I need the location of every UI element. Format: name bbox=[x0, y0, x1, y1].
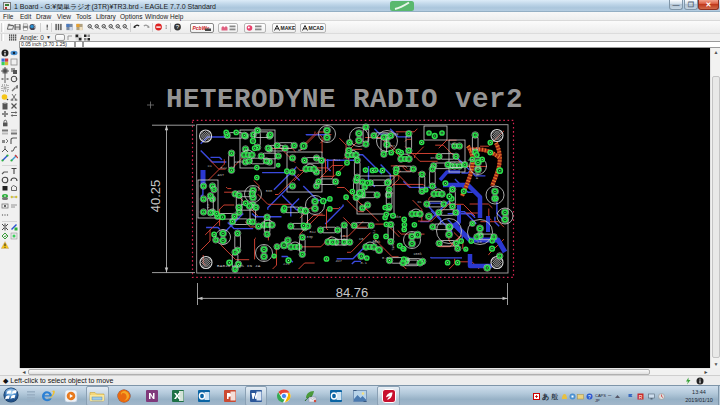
svg-text:R7: R7 bbox=[391, 144, 395, 148]
svg-text:100k: 100k bbox=[413, 252, 422, 256]
svg-text:2SC: 2SC bbox=[468, 158, 474, 162]
svg-text:4u7: 4u7 bbox=[335, 259, 341, 263]
svg-text:ANT: ANT bbox=[218, 173, 225, 177]
svg-text:0.1: 0.1 bbox=[360, 261, 366, 265]
svg-text:84.76: 84.76 bbox=[336, 285, 369, 300]
svg-text:R9: R9 bbox=[394, 132, 398, 136]
svg-text:D1: D1 bbox=[417, 200, 421, 204]
svg-text:?: ? bbox=[175, 23, 179, 30]
svg-text:40.25: 40.25 bbox=[148, 180, 163, 213]
svg-text:33p: 33p bbox=[307, 235, 313, 239]
svg-text:C5: C5 bbox=[359, 237, 363, 241]
svg-text:MAKE: MAKE bbox=[281, 25, 296, 31]
svg-text:T2: T2 bbox=[372, 230, 376, 234]
svg-text:C3: C3 bbox=[341, 234, 345, 238]
svg-text:?: ? bbox=[588, 394, 591, 400]
svg-text:OSC: OSC bbox=[430, 156, 436, 160]
svg-text:C8: C8 bbox=[477, 240, 481, 244]
svg-text:560: 560 bbox=[266, 189, 272, 193]
svg-text:HETERODYNE RADIO ver2: HETERODYNE RADIO ver2 bbox=[166, 84, 523, 115]
svg-text:22k: 22k bbox=[283, 262, 289, 266]
svg-text:R12: R12 bbox=[310, 230, 316, 234]
svg-text:C3: C3 bbox=[206, 204, 210, 208]
svg-text:47k: 47k bbox=[237, 160, 243, 164]
svg-text:10u: 10u bbox=[387, 191, 393, 195]
svg-text:IF: IF bbox=[373, 239, 377, 243]
svg-text:AF: AF bbox=[298, 148, 302, 152]
svg-text:R: R bbox=[639, 394, 643, 400]
svg-text:0.01: 0.01 bbox=[382, 256, 391, 260]
svg-text:C14: C14 bbox=[475, 173, 479, 179]
svg-text:VR1: VR1 bbox=[391, 244, 395, 250]
svg-text:MCAD: MCAD bbox=[309, 25, 324, 31]
svg-text:L3: L3 bbox=[450, 142, 454, 146]
svg-text:BA020 KITS IN JA: BA020 KITS IN JA bbox=[217, 264, 261, 268]
svg-text:3k3: 3k3 bbox=[395, 215, 401, 219]
svg-text:R12: R12 bbox=[334, 158, 340, 162]
svg-text:gnd: gnd bbox=[474, 166, 480, 170]
svg-text:R22: R22 bbox=[221, 166, 227, 170]
svg-text:1k: 1k bbox=[314, 181, 318, 185]
svg-text:X1: X1 bbox=[208, 164, 212, 168]
